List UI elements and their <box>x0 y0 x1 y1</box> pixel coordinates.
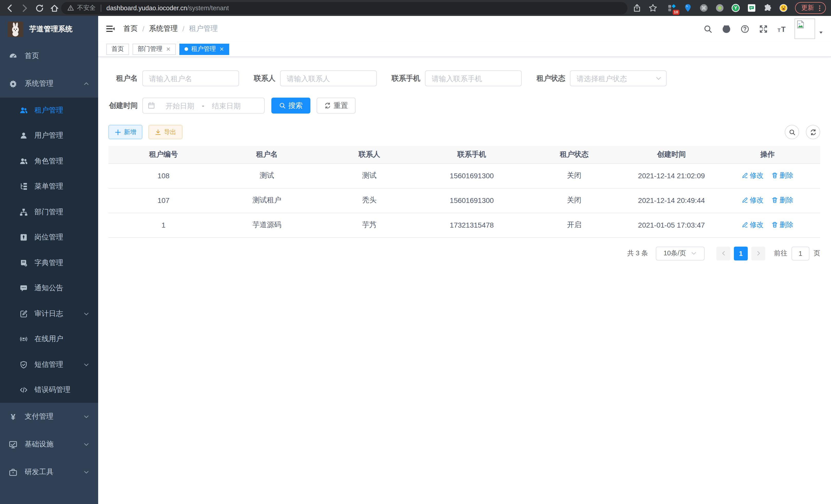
profile-avatar-icon[interactable] <box>779 4 788 12</box>
browser-menu-icon[interactable] <box>816 4 823 11</box>
search-form-row-1: 租户名 联系人 联系手机 租户状态 <box>109 70 820 86</box>
security-label: 不安全 <box>77 4 95 12</box>
sidebar-item-payment[interactable]: ¥ 支付管理 <box>0 403 98 431</box>
contact-input[interactable] <box>280 70 377 86</box>
goto-page-input[interactable] <box>792 246 809 260</box>
browser-home-icon[interactable] <box>50 3 59 12</box>
status-select[interactable] <box>570 70 666 86</box>
extensions-puzzle-icon[interactable] <box>763 4 772 12</box>
mobile-input[interactable] <box>425 70 522 86</box>
delete-button[interactable]: 删除 <box>771 171 794 180</box>
cell-status: 关闭 <box>520 164 628 188</box>
avatar-caret-icon[interactable] <box>819 30 823 35</box>
edit-button[interactable]: 修改 <box>742 196 764 205</box>
date-end-input[interactable] <box>205 101 248 110</box>
form-item-mobile: 联系手机 <box>392 70 522 86</box>
search-button[interactable]: 搜索 <box>271 98 310 114</box>
sidebar-item-infra[interactable]: 基础设施 <box>0 431 98 458</box>
form-item-tenant-name: 租户名 <box>109 70 239 86</box>
page-size-select[interactable]: 10条/页 <box>656 246 705 260</box>
cell-actions: 修改 删除 <box>715 164 820 188</box>
share-icon[interactable] <box>633 4 641 12</box>
browser-toolbar: 不安全 dashboard.yudao.iocoder.cn/system/te… <box>0 0 831 16</box>
cell-contact: 测试 <box>315 164 424 188</box>
edit-label: 修改 <box>750 196 764 205</box>
extension-chat-icon[interactable] <box>747 4 756 12</box>
chevron-down-icon <box>83 311 89 317</box>
delete-button[interactable]: 删除 <box>771 220 794 230</box>
col-status: 租户状态 <box>520 146 628 164</box>
sidebar-item-role[interactable]: 角色管理 <box>0 148 98 174</box>
address-bar[interactable]: 不安全 dashboard.yudao.iocoder.cn/system/te… <box>61 2 628 14</box>
navbar-actions <box>694 19 823 39</box>
col-contact: 联系人 <box>315 146 424 164</box>
bookmark-star-icon[interactable] <box>649 4 657 12</box>
sidebar-item-online-user[interactable]: 在线用户 <box>0 326 98 352</box>
tenant-name-input[interactable] <box>142 70 239 86</box>
browser-update-button[interactable]: 更新 <box>795 2 826 14</box>
sidebar-item-sms[interactable]: 短信管理 <box>0 352 98 377</box>
col-actions: 操作 <box>715 146 820 164</box>
browser-forward-icon[interactable] <box>20 3 29 12</box>
yen-icon: ¥ <box>9 412 18 421</box>
sidebar-item-post[interactable]: 岗位管理 <box>0 225 98 250</box>
sidebar-item-dept[interactable]: 部门管理 <box>0 199 98 225</box>
sidebar-item-home[interactable]: 首页 <box>0 42 98 70</box>
date-start-input[interactable] <box>159 101 201 110</box>
add-button[interactable]: 新增 <box>109 125 142 139</box>
sidebar-item-menu[interactable]: 菜单管理 <box>0 174 98 199</box>
tab-tenant[interactable]: 租户管理 <box>179 43 229 55</box>
edit-button[interactable]: 修改 <box>742 220 764 230</box>
search-icon[interactable] <box>704 24 712 33</box>
extension-record-icon[interactable] <box>715 4 724 12</box>
tab-dept[interactable]: 部门管理 <box>133 43 176 55</box>
sidebar-item-notice[interactable]: 通知公告 <box>0 276 98 301</box>
tab-home[interactable]: 首页 <box>106 43 129 55</box>
extension-pin-icon[interactable] <box>684 4 692 12</box>
next-page-button[interactable] <box>751 246 765 260</box>
edit-pencil-icon <box>742 197 748 204</box>
pagination-total: 共 3 条 <box>627 249 648 258</box>
sidebar-item-tenant[interactable]: 租户管理 <box>0 98 98 123</box>
extension-y-icon[interactable] <box>731 4 740 12</box>
export-button[interactable]: 导出 <box>148 125 182 139</box>
chevron-down-icon <box>83 414 89 420</box>
close-icon[interactable] <box>166 47 171 51</box>
breadcrumb-system[interactable]: 系统管理 <box>149 24 178 33</box>
font-size-icon[interactable] <box>778 24 786 33</box>
prev-page-button[interactable] <box>716 246 730 260</box>
pagination-goto: 前往 页 <box>774 246 820 260</box>
delete-button[interactable]: 删除 <box>771 196 794 205</box>
sidebar-item-system[interactable]: 系统管理 <box>0 70 98 98</box>
users-icon <box>20 106 28 115</box>
extension-grid-icon[interactable]: 10 <box>667 4 676 12</box>
avatar[interactable] <box>795 19 815 39</box>
sidebar-item-user[interactable]: 用户管理 <box>0 123 98 148</box>
sidebar-item-dict[interactable]: 字典管理 <box>0 250 98 276</box>
sidebar-logo[interactable]: 芋道管理系统 <box>0 16 98 42</box>
github-icon[interactable] <box>722 24 731 33</box>
sidebar-item-devtools[interactable]: 研发工具 <box>0 458 98 486</box>
sidebar-item-label: 审计日志 <box>34 309 63 319</box>
breadcrumb-home[interactable]: 首页 <box>123 24 138 33</box>
sidebar-item-error-code[interactable]: 错误码管理 <box>0 377 98 403</box>
browser-reload-icon[interactable] <box>35 3 44 12</box>
reset-button[interactable]: 重置 <box>317 98 355 114</box>
extension-command-icon[interactable] <box>699 4 708 12</box>
sidebar-item-audit-log[interactable]: 审计日志 <box>0 301 98 326</box>
update-label: 更新 <box>801 4 814 12</box>
sidebar-item-label: 角色管理 <box>34 157 63 166</box>
fullscreen-icon[interactable] <box>759 24 768 33</box>
show-search-button[interactable] <box>785 125 799 139</box>
date-separator: - <box>202 102 204 110</box>
tenant-table: 租户编号 租户名 联系人 联系手机 租户状态 创建时间 操作 108 测试 <box>109 146 820 238</box>
table-header-row: 租户编号 租户名 联系人 联系手机 租户状态 创建时间 操作 <box>109 146 820 164</box>
date-range-picker[interactable]: - <box>142 98 265 114</box>
sidebar-collapse-icon[interactable] <box>106 24 115 33</box>
edit-button[interactable]: 修改 <box>742 171 764 180</box>
close-icon[interactable] <box>220 47 224 51</box>
help-icon[interactable] <box>741 24 749 33</box>
refresh-table-button[interactable] <box>806 125 820 139</box>
browser-back-icon[interactable] <box>5 3 15 12</box>
page-number-button[interactable]: 1 <box>734 246 748 260</box>
